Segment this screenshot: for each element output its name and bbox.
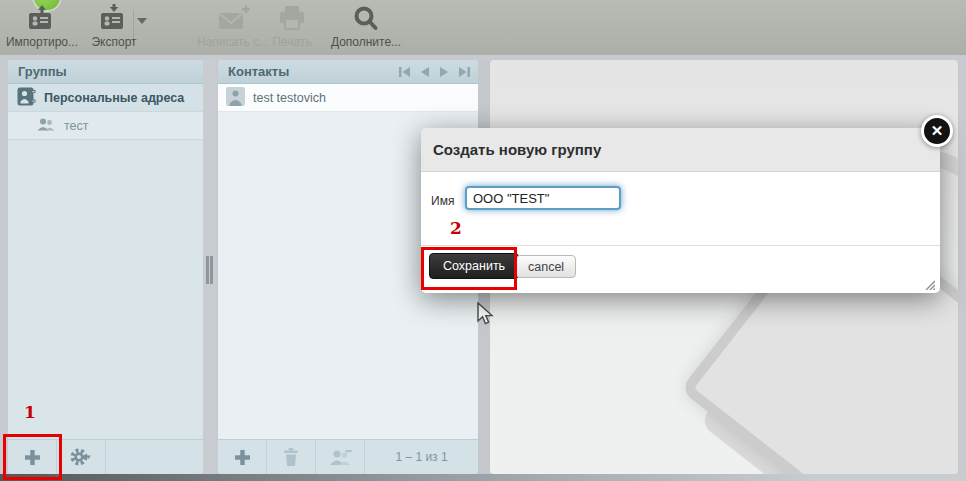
person-remove-icon bbox=[328, 449, 352, 466]
group-item-label: Персональные адреса bbox=[44, 91, 184, 105]
remove-from-group-button[interactable] bbox=[316, 440, 365, 474]
delete-contact-button[interactable] bbox=[267, 440, 316, 474]
group-item-personal-addresses[interactable]: Персональные адреса bbox=[8, 84, 203, 112]
import-contacts-button[interactable]: Импортиро... bbox=[4, 4, 80, 52]
import-contacts-label: Импортиро... bbox=[4, 35, 80, 49]
contacts-panel-title: Контакты bbox=[228, 64, 289, 79]
mouse-cursor-icon bbox=[477, 302, 495, 332]
contact-avatar-icon bbox=[226, 87, 245, 109]
plus-icon bbox=[234, 449, 251, 466]
group-item-label: тест bbox=[64, 119, 89, 133]
gear-icon bbox=[70, 447, 92, 467]
export-dropdown-caret-icon[interactable] bbox=[137, 18, 147, 24]
print-label: Печать bbox=[266, 35, 318, 49]
groups-panel: Группы Персональные адреса тест bbox=[8, 60, 203, 474]
next-page-icon[interactable] bbox=[440, 67, 448, 77]
contacts-count: 1 – 1 из 1 bbox=[365, 440, 478, 474]
close-dialog-button[interactable]: ✕ bbox=[921, 115, 953, 147]
advanced-search-button[interactable]: Дополните... bbox=[322, 4, 410, 52]
annotation-step1-number: 1 bbox=[24, 402, 36, 422]
window-bottom-edge bbox=[0, 474, 966, 481]
create-group-dialog: Создать новую группу Имя Сохранить cance… bbox=[421, 128, 940, 293]
last-page-icon[interactable] bbox=[459, 67, 470, 77]
annotation-step1-box bbox=[3, 434, 62, 480]
import-contacts-icon bbox=[4, 4, 80, 34]
groups-panel-title: Группы bbox=[18, 64, 67, 79]
annotation-step2-box bbox=[421, 247, 517, 290]
contact-row[interactable]: test testovich bbox=[218, 84, 478, 112]
compose-message-icon bbox=[194, 4, 272, 34]
splitter-grip-icon[interactable] bbox=[206, 256, 213, 284]
add-contact-button[interactable] bbox=[218, 440, 267, 474]
compose-message-label: Написать с... bbox=[194, 35, 272, 49]
groups-settings-button[interactable] bbox=[57, 440, 106, 474]
annotation-step2-number: 2 bbox=[450, 218, 462, 238]
dialog-divider bbox=[421, 245, 940, 246]
contacts-panel-footer: 1 – 1 из 1 bbox=[218, 439, 478, 474]
group-name-input[interactable] bbox=[465, 186, 621, 210]
advanced-search-icon bbox=[322, 4, 410, 34]
trash-icon bbox=[283, 448, 299, 466]
print-button[interactable]: Печать bbox=[266, 4, 318, 52]
cancel-button[interactable]: cancel bbox=[516, 255, 576, 278]
prev-page-icon[interactable] bbox=[421, 67, 429, 77]
compose-message-button[interactable]: Написать с... bbox=[194, 4, 272, 52]
groups-contacts-splitter[interactable] bbox=[203, 60, 216, 474]
close-icon: ✕ bbox=[931, 122, 944, 139]
contact-name: test testovich bbox=[253, 91, 326, 105]
contact-group-icon bbox=[36, 117, 56, 135]
dialog-title: Создать новую группу bbox=[421, 128, 940, 172]
advanced-search-label: Дополните... bbox=[322, 35, 410, 49]
address-book-icon bbox=[17, 87, 36, 109]
toolbar: Импортиро... Экспорт Напи bbox=[0, 0, 966, 55]
group-item-test[interactable]: тест bbox=[8, 112, 203, 140]
contacts-panel-header: Контакты bbox=[218, 60, 478, 84]
group-name-label: Имя bbox=[431, 194, 454, 208]
groups-panel-header: Группы bbox=[8, 60, 203, 84]
print-icon bbox=[266, 4, 318, 34]
toolbar-separator bbox=[133, 10, 134, 42]
dialog-resize-handle[interactable] bbox=[922, 276, 935, 289]
first-page-icon[interactable] bbox=[399, 67, 410, 77]
